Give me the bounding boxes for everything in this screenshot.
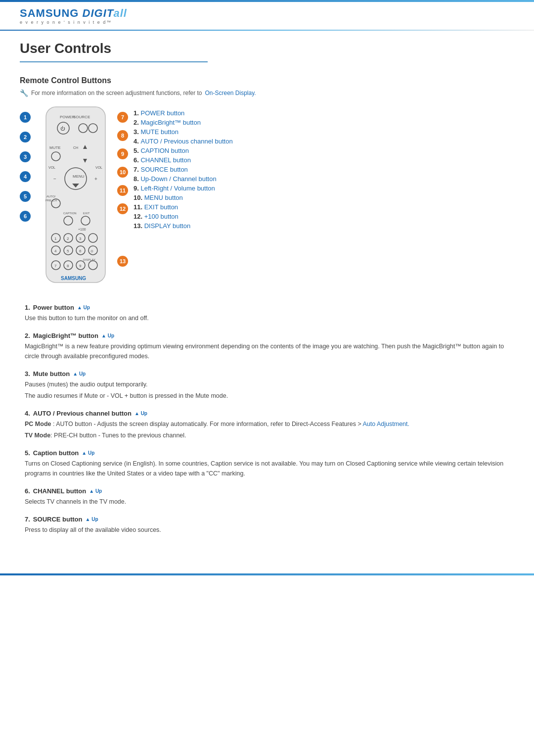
remote-control-diagram: 1 2 3 4 5 6 POWER ⏻ xyxy=(20,104,114,289)
page-title-container: User Controls xyxy=(0,31,534,66)
detail-heading-2: 2. MagicBright™ button ▲ Up xyxy=(25,332,514,339)
tv-mode-body: : PRE-CH button - Tunes to the previous … xyxy=(50,432,186,439)
svg-text:MENU: MENU xyxy=(73,174,85,179)
svg-text:+: + xyxy=(94,176,97,182)
svg-text:MUTE: MUTE xyxy=(49,145,61,150)
detail-section-3: 3. Mute button ▲ Up Pauses (mutes) the a… xyxy=(20,370,514,401)
detail-section-4: 4. AUTO / Previous channel button ▲ Up P… xyxy=(20,410,514,440)
num-item-1: 1. POWER button xyxy=(134,109,514,117)
badge-11: 11 xyxy=(117,185,128,196)
svg-text:EXIT: EXIT xyxy=(83,212,90,215)
num-item-10: 10. MENU button xyxy=(134,194,514,201)
pc-mode-label: PC Mode xyxy=(25,421,51,427)
detail-section-5: 5. Caption button ▲ Up Turns on Closed C… xyxy=(20,449,514,478)
svg-text:⊙: ⊙ xyxy=(90,249,93,253)
tv-mode-label: TV Mode xyxy=(25,432,50,439)
badge-10: 10 xyxy=(117,167,128,178)
logo-container: SAMSUNG DIGITall e v e r y o n e ' s i n… xyxy=(20,7,127,25)
num-item-13: 13. DISPLAY button xyxy=(134,222,514,230)
detail-body-5: Turns on Closed Captioning service (in E… xyxy=(25,459,514,478)
diagram-area: 1 2 3 4 5 6 POWER ⏻ xyxy=(20,104,514,289)
detail-heading-3: 3. Mute button ▲ Up xyxy=(25,370,514,378)
logo-all: all xyxy=(113,7,127,19)
badge-12: 12 xyxy=(117,203,128,214)
svg-text:8: 8 xyxy=(67,264,69,268)
svg-text:SAMSUNG: SAMSUNG xyxy=(61,276,86,281)
detail-body-2: MagicBright™ is a new feature providing … xyxy=(25,341,514,361)
section-title: Remote Control Buttons xyxy=(20,76,514,85)
detail-body-3: Pauses (mutes) the audio output temporar… xyxy=(25,379,514,401)
detail-body-4: PC Mode : AUTO button - Adjusts the scre… xyxy=(25,419,514,440)
up-arrow-6: ▲ Up xyxy=(89,488,102,494)
num-item-9: 9. Left-Right / Volume button xyxy=(134,185,514,192)
svg-text:PRE-CH: PRE-CH xyxy=(45,199,57,202)
up-arrow-7: ▲ Up xyxy=(86,517,98,522)
badge-4: 4 xyxy=(20,171,31,182)
up-arrow-2: ▲ Up xyxy=(101,333,114,338)
svg-text:⏻: ⏻ xyxy=(60,126,65,131)
remote-svg: POWER ⏻ SOURCE MUTE CH xyxy=(39,104,113,287)
num-item-5: 5. CAPTION button xyxy=(134,147,514,154)
num-item-3: 3. MUTE button xyxy=(134,128,514,136)
svg-text:+100: +100 xyxy=(78,228,86,231)
svg-text:VOL: VOL xyxy=(95,166,102,169)
pc-mode-body: : AUTO button - Adjusts the screen displ… xyxy=(51,421,409,427)
badge-13: 13 xyxy=(117,256,128,267)
info-line: 🔧 For more information on the screen adj… xyxy=(20,89,514,97)
info-text: For more information on the screen adjus… xyxy=(31,90,202,96)
logo-tagline: e v e r y o n e ' s i n v i t e d™ xyxy=(20,20,112,25)
up-arrow-3: ▲ Up xyxy=(73,371,86,377)
num-item-4: 4. AUTO / Previous channel button xyxy=(134,138,514,145)
num-item-12: 12. +100 button xyxy=(134,213,514,220)
svg-text:VOL: VOL xyxy=(48,166,55,169)
badge-3: 3 xyxy=(20,151,31,162)
up-arrow-4: ▲ Up xyxy=(134,411,147,416)
svg-text:CH: CH xyxy=(73,146,78,149)
detail-body-6: Selects TV channels in the TV mode. xyxy=(25,497,514,507)
logo: SAMSUNG DIGITall xyxy=(20,7,127,20)
svg-text:−: − xyxy=(53,176,56,182)
badge-6: 6 xyxy=(20,211,31,222)
detail-heading-6: 6. CHANNEL button ▲ Up xyxy=(25,487,514,495)
bottom-border xyxy=(0,573,534,575)
detail-section-7: 7. SOURCE button ▲ Up Press to display a… xyxy=(20,516,514,535)
svg-text:4: 4 xyxy=(54,249,57,253)
detail-body-7: Press to display all of the available vi… xyxy=(25,525,514,535)
numbered-list: 1. POWER button 2. MagicBright™ button 3… xyxy=(134,104,514,289)
badge-1: 1 xyxy=(20,112,31,123)
up-arrow-1: ▲ Up xyxy=(77,305,90,310)
svg-text:5: 5 xyxy=(67,249,69,253)
svg-text:6: 6 xyxy=(79,249,82,253)
header: SAMSUNG DIGITall e v e r y o n e ' s i n… xyxy=(0,2,534,30)
num-item-7: 7. SOURCE button xyxy=(134,166,514,173)
info-icon: 🔧 xyxy=(20,89,28,97)
svg-text:3: 3 xyxy=(79,236,82,241)
svg-text:7: 7 xyxy=(54,264,57,268)
detail-heading-5: 5. Caption button ▲ Up xyxy=(25,449,514,457)
detail-heading-7: 7. SOURCE button ▲ Up xyxy=(25,516,514,523)
detail-body-1: Use this button to turn the monitor on a… xyxy=(25,313,514,323)
logo-digit: DIGIT xyxy=(83,7,114,19)
num-item-11: 11. EXIT button xyxy=(134,203,514,211)
badge-5: 5 xyxy=(20,191,31,202)
detail-heading-1: 1. Power button ▲ Up xyxy=(25,304,514,311)
svg-text:1: 1 xyxy=(54,236,57,241)
logo-samsung-text: SAMSUNG xyxy=(20,7,83,19)
badge-9: 9 xyxy=(117,148,128,159)
svg-text:AUTO/: AUTO/ xyxy=(46,195,56,198)
svg-text:SOURCE: SOURCE xyxy=(73,115,90,119)
badge-8: 8 xyxy=(117,130,128,141)
info-link[interactable]: On-Screen Display. xyxy=(205,90,256,96)
main-content: Remote Control Buttons 🔧 For more inform… xyxy=(0,66,534,554)
num-item-2: 2. MagicBright™ button xyxy=(134,119,514,126)
num-item-8: 8. Up-Down / Channel button xyxy=(134,175,514,183)
num-item-6: 6. CHANNEL button xyxy=(134,156,514,164)
up-arrow-5: ▲ Up xyxy=(82,450,94,456)
svg-text:9: 9 xyxy=(79,264,82,268)
svg-text:POWER: POWER xyxy=(60,115,75,119)
svg-text:2: 2 xyxy=(67,236,69,241)
detail-heading-4: 4. AUTO / Previous channel button ▲ Up xyxy=(25,410,514,417)
detail-section-6: 6. CHANNEL button ▲ Up Selects TV channe… xyxy=(20,487,514,507)
detail-section-1: 1. Power button ▲ Up Use this button to … xyxy=(20,304,514,323)
badge-7: 7 xyxy=(117,112,128,123)
